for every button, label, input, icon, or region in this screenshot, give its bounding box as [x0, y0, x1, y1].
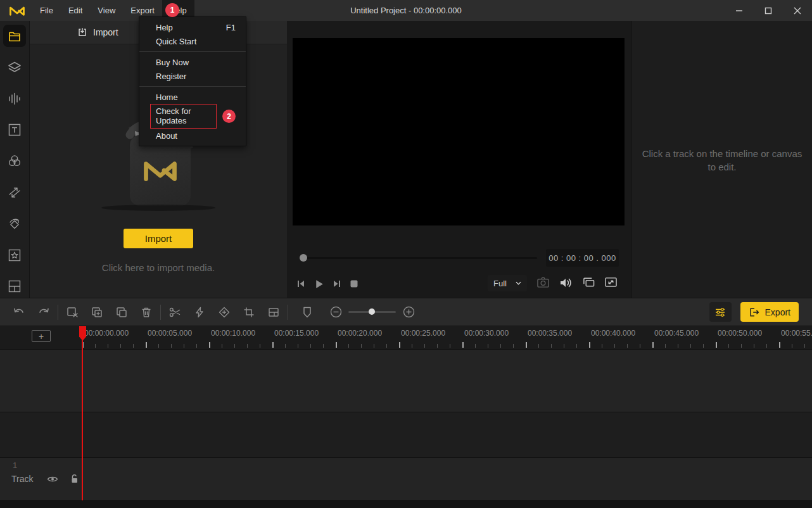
layers-icon [8, 60, 22, 74]
ruler-tick [120, 344, 121, 348]
playhead-line[interactable] [82, 326, 83, 500]
ruler-tick [500, 344, 501, 348]
snapshot-camera-button[interactable] [536, 276, 550, 288]
split-screen-icon [8, 279, 22, 293]
ruler-tick [690, 344, 691, 348]
help-menu-item-about[interactable]: About [139, 129, 246, 143]
ruler-tick [234, 344, 235, 348]
menu-edit[interactable]: Edit [61, 0, 90, 21]
dual-screen-button[interactable] [582, 276, 595, 288]
sidebar-item-transitions[interactable] [3, 181, 26, 203]
import-button[interactable]: Import [124, 229, 193, 248]
audio-waveform-icon [8, 92, 22, 106]
ruler-label: 00:00:55.000 [781, 329, 812, 338]
timeline-zoom-slider[interactable] [348, 311, 396, 313]
ruler-tick [298, 344, 298, 348]
play-button[interactable] [314, 279, 324, 289]
ruler-tick [728, 344, 729, 348]
sidebar-item-layers[interactable] [3, 56, 26, 78]
track-visibility-toggle[interactable] [47, 475, 58, 483]
video-canvas[interactable] [293, 38, 625, 225]
ruler-tick [310, 344, 311, 348]
sidebar-item-effects[interactable] [3, 244, 26, 266]
duplicate-button[interactable] [91, 306, 103, 319]
ruler-tick [374, 344, 374, 348]
ruler-tick [538, 344, 539, 348]
chevron-down-icon [516, 281, 521, 285]
speed-button[interactable] [193, 306, 206, 319]
ruler-label: 00:00:20.000 [338, 329, 382, 338]
menu-item-shortcut: F1 [226, 23, 236, 32]
sidebar-item-audio[interactable] [3, 87, 26, 110]
preview-zoom-select[interactable]: Full [488, 275, 527, 291]
volume-button[interactable] [559, 276, 573, 289]
annotation-badge-2: 2 [222, 110, 236, 123]
previous-frame-button[interactable] [296, 279, 306, 289]
app-logo-icon [8, 4, 27, 17]
ruler-tick [348, 344, 349, 348]
timeline-track-row-3[interactable] [0, 457, 812, 500]
add-track-button[interactable]: + [32, 330, 51, 342]
menu-file[interactable]: File [32, 0, 61, 21]
timecode-display: 00 : 00 : 00 . 000 [546, 249, 619, 267]
seek-track[interactable] [303, 257, 537, 259]
ruler-tick [462, 342, 464, 348]
ruler-tick [703, 344, 704, 348]
help-menu-item-check-for-updates[interactable]: Check for Updates2 [139, 104, 246, 129]
export-button[interactable]: Export [740, 302, 799, 322]
ruler-tick [260, 344, 260, 348]
timeline-zoom-handle[interactable] [369, 308, 375, 315]
ruler-tick [627, 344, 628, 348]
track-header: Track [11, 474, 79, 484]
delete-button[interactable] [140, 306, 153, 319]
sidebar-item-filters[interactable] [3, 150, 26, 172]
unlock-icon [70, 474, 79, 484]
fullscreen-button[interactable] [604, 276, 618, 288]
help-menu-item-buy-now[interactable]: Buy Now [139, 55, 246, 69]
playback-controls: Full [287, 273, 631, 295]
sidebar-item-animation[interactable] [3, 213, 26, 235]
ruler-tick [272, 342, 274, 348]
ruler-tick [792, 344, 792, 348]
maximize-button[interactable] [754, 0, 783, 21]
toolbar-divider [288, 305, 288, 320]
timeline-track-row-2[interactable] [0, 412, 812, 457]
ruler-tick [564, 344, 564, 348]
copy-button[interactable] [115, 306, 128, 319]
sliders-icon [714, 306, 726, 319]
menu-separator [139, 86, 246, 87]
left-sidebar [0, 21, 30, 298]
sidebar-item-media[interactable] [3, 25, 26, 47]
keyframe-button[interactable] [218, 306, 231, 319]
timeline-track-row-1[interactable] [0, 349, 812, 412]
ruler-tick [133, 344, 134, 348]
close-button[interactable] [783, 0, 812, 21]
next-frame-button[interactable] [332, 279, 342, 289]
timeline-horizontal-scrollbar[interactable] [0, 500, 812, 508]
menu-view[interactable]: View [90, 0, 123, 21]
split-scissors-button[interactable] [168, 306, 181, 319]
import-tab[interactable]: Import [77, 27, 118, 38]
timeline-ruler[interactable]: + 00:00:00.00000:00:05.00000:00:10.00000… [0, 326, 812, 349]
help-menu-item-register[interactable]: Register [139, 69, 246, 83]
ruler-tick [551, 344, 552, 348]
help-menu-item-help[interactable]: HelpF1 [139, 20, 246, 34]
undo-button[interactable] [13, 306, 25, 319]
help-menu-item-home[interactable]: Home [139, 90, 246, 104]
export-settings-button[interactable] [709, 302, 732, 322]
timeline-zoom-in-button[interactable] [402, 306, 415, 318]
timeline-zoom-out-button[interactable] [329, 306, 342, 318]
help-menu-item-quick-start[interactable]: Quick Start [139, 34, 246, 48]
redo-button[interactable] [37, 306, 50, 319]
sidebar-item-text[interactable] [3, 118, 26, 141]
layout-button[interactable] [267, 306, 280, 319]
seek-handle[interactable] [300, 254, 307, 262]
minimize-button[interactable] [725, 0, 754, 21]
stop-button[interactable] [350, 279, 358, 288]
folder-media-icon [8, 29, 22, 43]
track-lock-toggle[interactable] [70, 474, 79, 484]
cut-out-button[interactable] [66, 306, 79, 319]
crop-button[interactable] [243, 306, 255, 319]
marker-button[interactable] [301, 306, 314, 319]
sidebar-item-split-screen[interactable] [3, 276, 26, 298]
